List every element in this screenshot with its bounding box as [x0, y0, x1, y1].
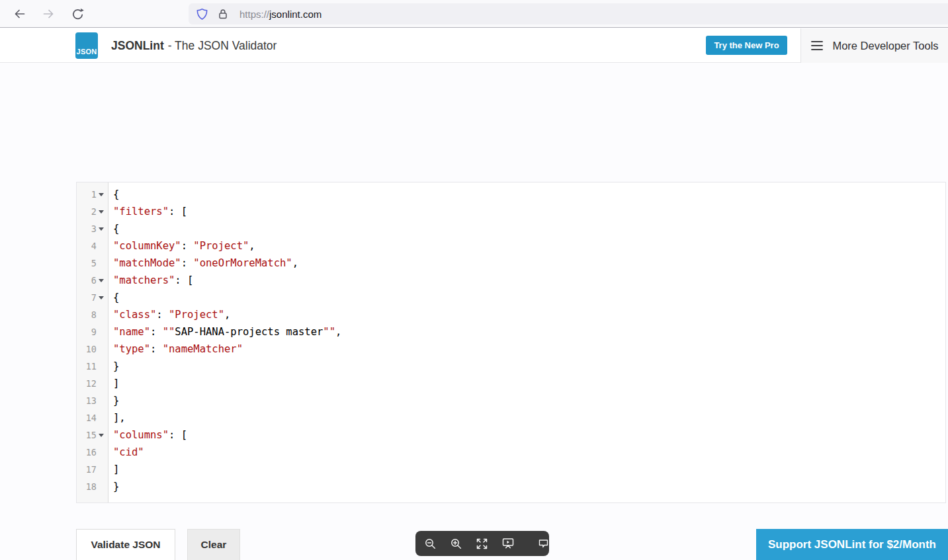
code-line[interactable]: "type": "nameMatcher" — [113, 340, 945, 358]
code-line[interactable]: ], — [113, 409, 945, 426]
code-line[interactable]: "class": "Project", — [113, 306, 945, 323]
comment-icon[interactable] — [537, 537, 550, 550]
json-string-token: "type" — [113, 343, 150, 355]
line-number: 13 — [86, 395, 97, 406]
line-number: 4 — [91, 241, 97, 251]
line-number: 7 — [91, 292, 97, 303]
code-line[interactable]: "columnKey": "Project", — [113, 237, 945, 255]
fold-arrow-icon[interactable] — [99, 227, 104, 231]
json-string-token: "columnKey" — [113, 240, 181, 252]
gutter-line: 16 — [77, 444, 108, 461]
browser-chrome: https://jsonlint.com — [0, 0, 948, 28]
presentation-play-icon[interactable] — [501, 537, 515, 550]
editor-code-area[interactable]: {"filters": [{"columnKey": "Project","ma… — [109, 182, 945, 502]
json-string-token: "nameMatcher" — [163, 343, 243, 355]
json-plain-token: } — [113, 481, 119, 493]
line-number: 16 — [86, 447, 97, 458]
url-domain: jsonlint.com — [269, 9, 322, 20]
shield-icon[interactable] — [196, 8, 208, 20]
zoom-out-icon[interactable] — [424, 537, 437, 550]
json-plain-token: } — [113, 395, 119, 407]
try-new-pro-button[interactable]: Try the New Pro — [706, 36, 787, 55]
jsonlint-page: https://jsonlint.com JSON JSONLint - The… — [0, 0, 948, 560]
clear-button[interactable]: Clear — [187, 529, 240, 560]
json-string-token: "cid" — [113, 446, 144, 458]
gutter-line: 8 — [77, 306, 108, 323]
code-line[interactable]: { — [113, 186, 945, 203]
gutter-line: 5 — [77, 255, 108, 272]
json-string-token: "class" — [113, 309, 156, 321]
code-line[interactable]: } — [113, 358, 945, 375]
more-developer-tools-menu[interactable]: More Developer Tools — [800, 28, 948, 63]
gutter-line: 11 — [77, 358, 108, 375]
editor-gutter: 123456789101112131415161718 — [77, 182, 108, 502]
gutter-line: 9 — [77, 323, 108, 340]
more-tools-label: More Developer Tools — [832, 40, 938, 52]
json-string-token: "columns" — [113, 429, 169, 441]
json-plain-token: : [ — [169, 206, 187, 218]
json-plain-token: ], — [113, 412, 126, 424]
site-tagline: - The JSON Validator — [168, 39, 277, 53]
support-jsonlint-button[interactable]: Support JSONLint for $2/Month — [756, 529, 948, 560]
site-header: JSON JSONLint - The JSON Validator Try t… — [0, 28, 948, 63]
line-number: 3 — [91, 223, 97, 234]
json-plain-token: SAP-HANA-projects master — [175, 326, 323, 338]
json-plain-token: , — [335, 326, 341, 338]
browser-back-button[interactable] — [11, 6, 27, 22]
url-scheme: https:// — [239, 9, 269, 20]
code-line[interactable]: } — [113, 392, 945, 409]
json-string-token: "Project" — [169, 309, 224, 321]
line-number: 14 — [86, 413, 97, 423]
line-number: 8 — [91, 309, 97, 320]
gutter-line: 13 — [77, 392, 108, 409]
url-text: https://jsonlint.com — [239, 9, 322, 20]
json-plain-token: : — [156, 309, 169, 321]
gutter-line: 12 — [77, 375, 108, 392]
jsonlint-logo[interactable]: JSON — [75, 32, 98, 59]
line-number: 10 — [86, 344, 97, 354]
code-line[interactable]: { — [113, 220, 945, 237]
json-plain-token: ] — [113, 378, 119, 389]
fold-arrow-icon[interactable] — [99, 279, 104, 282]
validate-json-button[interactable]: Validate JSON — [76, 529, 175, 560]
code-line[interactable]: { — [113, 289, 945, 306]
browser-forward-button[interactable] — [40, 6, 56, 22]
code-line[interactable]: "columns": [ — [113, 426, 945, 444]
fold-arrow-icon[interactable] — [99, 210, 104, 214]
code-line[interactable]: "matchers": [ — [113, 272, 945, 289]
json-string-token: "" — [323, 326, 335, 338]
line-number: 12 — [86, 378, 97, 389]
gutter-line: 17 — [77, 461, 108, 478]
code-line[interactable]: } — [113, 478, 945, 495]
site-name: JSONLint — [111, 39, 164, 53]
browser-reload-button[interactable] — [69, 6, 85, 22]
gutter-line: 3 — [77, 220, 108, 237]
json-string-token: "name" — [113, 326, 150, 338]
lock-icon[interactable] — [217, 8, 229, 20]
page-title: JSONLint - The JSON Validator — [111, 28, 277, 63]
fullscreen-icon[interactable] — [476, 537, 488, 550]
zoom-in-icon[interactable] — [450, 537, 462, 550]
fold-arrow-icon[interactable] — [99, 296, 104, 300]
code-line[interactable]: "name": ""SAP-HANA-projects master"", — [113, 323, 945, 340]
json-plain-token: { — [113, 292, 119, 303]
gutter-line: 10 — [77, 340, 108, 358]
code-line[interactable]: ] — [113, 461, 945, 478]
json-plain-token: , — [249, 240, 255, 252]
json-plain-token: : — [181, 257, 194, 269]
code-line[interactable]: ] — [113, 375, 945, 392]
gutter-line: 14 — [77, 409, 108, 426]
json-plain-token: { — [113, 188, 119, 200]
json-editor[interactable]: 123456789101112131415161718 {"filters": … — [76, 182, 946, 503]
json-string-token: "Project" — [193, 240, 249, 252]
json-plain-token: : [ — [169, 429, 187, 441]
code-line[interactable]: "cid" — [113, 444, 945, 461]
fold-arrow-icon[interactable] — [99, 434, 104, 437]
json-string-token: "oneOrMoreMatch" — [193, 257, 292, 269]
address-bar[interactable]: https://jsonlint.com — [189, 3, 948, 24]
line-number: 18 — [86, 481, 97, 492]
fold-arrow-icon[interactable] — [99, 193, 104, 196]
code-line[interactable]: "filters": [ — [113, 203, 945, 220]
code-line[interactable]: "matchMode": "oneOrMoreMatch", — [113, 255, 945, 272]
forward-arrow-icon — [42, 7, 56, 20]
